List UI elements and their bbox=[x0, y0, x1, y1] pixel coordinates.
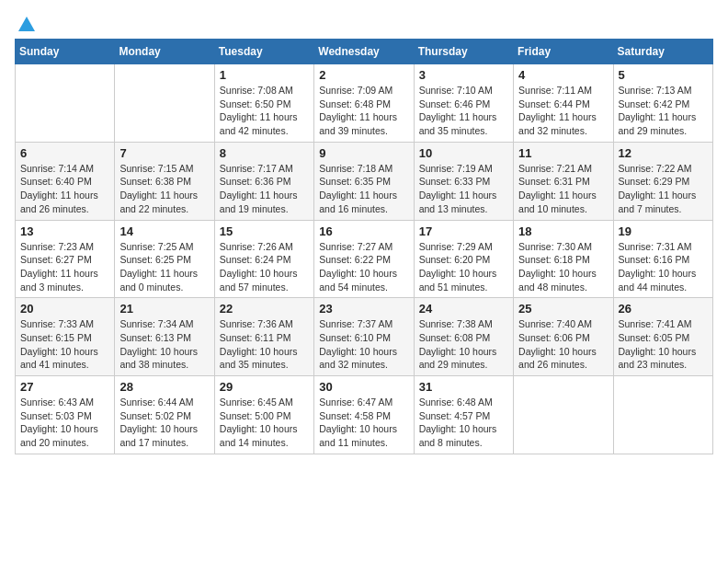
calendar-week-2: 6 Sunrise: 7:14 AM Sunset: 6:40 PM Dayli… bbox=[16, 142, 713, 220]
day-info: Sunrise: 7:38 AM Sunset: 6:08 PM Dayligh… bbox=[419, 317, 508, 372]
daylight-text: Daylight: 11 hours and 32 minutes. bbox=[518, 111, 597, 136]
calendar-week-4: 20 Sunrise: 7:33 AM Sunset: 6:15 PM Dayl… bbox=[16, 298, 713, 376]
calendar-cell: 4 Sunrise: 7:11 AM Sunset: 6:44 PM Dayli… bbox=[514, 64, 613, 143]
daylight-text: Daylight: 10 hours and 23 minutes. bbox=[619, 346, 697, 371]
day-info: Sunrise: 6:43 AM Sunset: 5:03 PM Dayligh… bbox=[20, 396, 109, 450]
day-number: 5 bbox=[619, 68, 708, 82]
sunrise-text: Sunrise: 7:30 AM bbox=[518, 241, 592, 252]
sunrise-text: Sunrise: 7:14 AM bbox=[20, 163, 94, 174]
sunrise-text: Sunrise: 6:43 AM bbox=[20, 396, 94, 408]
day-info: Sunrise: 7:08 AM Sunset: 6:50 PM Dayligh… bbox=[220, 84, 309, 138]
daylight-text: Daylight: 10 hours and 8 minutes. bbox=[419, 423, 497, 448]
day-info: Sunrise: 6:48 AM Sunset: 4:57 PM Dayligh… bbox=[419, 396, 508, 450]
day-info: Sunrise: 7:19 AM Sunset: 6:33 PM Dayligh… bbox=[419, 162, 508, 216]
day-number: 27 bbox=[20, 380, 109, 394]
sunset-text: Sunset: 6:10 PM bbox=[319, 332, 391, 343]
sunset-text: Sunset: 6:18 PM bbox=[518, 254, 590, 265]
day-number: 31 bbox=[419, 380, 508, 394]
calendar-cell: 13 Sunrise: 7:23 AM Sunset: 6:27 PM Dayl… bbox=[16, 220, 115, 298]
day-info: Sunrise: 6:44 AM Sunset: 5:02 PM Dayligh… bbox=[119, 396, 209, 450]
calendar-week-1: 1 Sunrise: 7:08 AM Sunset: 6:50 PM Dayli… bbox=[16, 64, 713, 143]
calendar-cell: 12 Sunrise: 7:22 AM Sunset: 6:29 PM Dayl… bbox=[613, 142, 712, 220]
sunrise-text: Sunrise: 7:31 AM bbox=[619, 241, 692, 252]
sunrise-text: Sunrise: 6:44 AM bbox=[119, 396, 193, 408]
sunset-text: Sunset: 6:13 PM bbox=[119, 332, 191, 343]
calendar-cell: 27 Sunrise: 6:43 AM Sunset: 5:03 PM Dayl… bbox=[16, 376, 115, 454]
sunset-text: Sunset: 6:08 PM bbox=[419, 332, 491, 343]
daylight-text: Daylight: 10 hours and 29 minutes. bbox=[419, 346, 497, 371]
day-info: Sunrise: 6:45 AM Sunset: 5:00 PM Dayligh… bbox=[220, 396, 309, 450]
day-number: 17 bbox=[419, 224, 508, 238]
day-number: 28 bbox=[119, 380, 209, 394]
daylight-text: Daylight: 10 hours and 57 minutes. bbox=[220, 268, 298, 293]
sunrise-text: Sunrise: 7:26 AM bbox=[220, 241, 293, 252]
day-number: 16 bbox=[319, 224, 408, 238]
sunset-text: Sunset: 6:33 PM bbox=[419, 176, 491, 187]
sunrise-text: Sunrise: 7:18 AM bbox=[319, 163, 392, 174]
sunset-text: Sunset: 6:46 PM bbox=[419, 98, 491, 109]
day-number: 14 bbox=[119, 224, 209, 238]
day-number: 6 bbox=[20, 146, 109, 160]
day-number: 24 bbox=[419, 302, 508, 316]
weekday-header-wednesday: Wednesday bbox=[314, 40, 414, 64]
daylight-text: Daylight: 11 hours and 13 minutes. bbox=[419, 190, 497, 214]
day-number: 22 bbox=[220, 302, 309, 316]
daylight-text: Daylight: 11 hours and 16 minutes. bbox=[319, 190, 397, 214]
calendar-cell: 19 Sunrise: 7:31 AM Sunset: 6:16 PM Dayl… bbox=[613, 220, 712, 298]
sunset-text: Sunset: 6:38 PM bbox=[119, 176, 191, 187]
day-number: 10 bbox=[419, 146, 508, 160]
calendar-cell: 20 Sunrise: 7:33 AM Sunset: 6:15 PM Dayl… bbox=[16, 298, 115, 376]
calendar-cell: 18 Sunrise: 7:30 AM Sunset: 6:18 PM Dayl… bbox=[514, 220, 613, 298]
calendar-cell bbox=[115, 64, 214, 143]
sunrise-text: Sunrise: 7:21 AM bbox=[518, 163, 592, 174]
day-number: 11 bbox=[518, 146, 608, 160]
sunset-text: Sunset: 4:58 PM bbox=[319, 410, 391, 421]
sunrise-text: Sunrise: 7:27 AM bbox=[319, 241, 392, 252]
day-number: 2 bbox=[319, 68, 408, 82]
sunset-text: Sunset: 6:27 PM bbox=[20, 254, 92, 265]
day-number: 25 bbox=[518, 302, 608, 316]
page-header bbox=[15, 15, 713, 31]
sunrise-text: Sunrise: 7:09 AM bbox=[319, 85, 392, 96]
calendar-cell: 15 Sunrise: 7:26 AM Sunset: 6:24 PM Dayl… bbox=[214, 220, 313, 298]
daylight-text: Daylight: 10 hours and 17 minutes. bbox=[119, 423, 198, 448]
day-info: Sunrise: 7:25 AM Sunset: 6:25 PM Dayligh… bbox=[119, 240, 209, 294]
day-info: Sunrise: 7:22 AM Sunset: 6:29 PM Dayligh… bbox=[619, 162, 708, 216]
calendar-cell: 30 Sunrise: 6:47 AM Sunset: 4:58 PM Dayl… bbox=[314, 376, 414, 454]
sunset-text: Sunset: 6:50 PM bbox=[220, 98, 291, 109]
calendar-cell: 31 Sunrise: 6:48 AM Sunset: 4:57 PM Dayl… bbox=[414, 376, 513, 454]
calendar-cell: 1 Sunrise: 7:08 AM Sunset: 6:50 PM Dayli… bbox=[214, 64, 313, 143]
calendar-cell bbox=[514, 376, 613, 454]
day-info: Sunrise: 7:18 AM Sunset: 6:35 PM Dayligh… bbox=[319, 162, 408, 216]
sunrise-text: Sunrise: 7:11 AM bbox=[518, 85, 592, 96]
daylight-text: Daylight: 10 hours and 26 minutes. bbox=[518, 346, 597, 371]
daylight-text: Daylight: 11 hours and 0 minutes. bbox=[119, 268, 198, 293]
day-number: 13 bbox=[20, 224, 109, 238]
day-info: Sunrise: 7:33 AM Sunset: 6:15 PM Dayligh… bbox=[20, 317, 109, 372]
sunrise-text: Sunrise: 7:17 AM bbox=[220, 163, 293, 174]
daylight-text: Daylight: 11 hours and 22 minutes. bbox=[119, 190, 198, 214]
sunset-text: Sunset: 6:40 PM bbox=[20, 176, 92, 187]
sunrise-text: Sunrise: 7:10 AM bbox=[419, 85, 493, 96]
day-info: Sunrise: 7:14 AM Sunset: 6:40 PM Dayligh… bbox=[20, 162, 109, 216]
sunrise-text: Sunrise: 7:08 AM bbox=[220, 85, 293, 96]
sunrise-text: Sunrise: 7:13 AM bbox=[619, 85, 692, 96]
daylight-text: Daylight: 10 hours and 14 minutes. bbox=[220, 423, 298, 448]
day-number: 7 bbox=[119, 146, 209, 160]
daylight-text: Daylight: 11 hours and 26 minutes. bbox=[20, 190, 98, 214]
day-number: 15 bbox=[220, 224, 309, 238]
day-number: 3 bbox=[419, 68, 508, 82]
sunrise-text: Sunrise: 6:48 AM bbox=[419, 396, 493, 408]
daylight-text: Daylight: 10 hours and 20 minutes. bbox=[20, 423, 98, 448]
sunset-text: Sunset: 6:35 PM bbox=[319, 176, 391, 187]
day-info: Sunrise: 7:09 AM Sunset: 6:48 PM Dayligh… bbox=[319, 84, 408, 138]
calendar-cell: 9 Sunrise: 7:18 AM Sunset: 6:35 PM Dayli… bbox=[314, 142, 414, 220]
daylight-text: Daylight: 11 hours and 3 minutes. bbox=[20, 268, 98, 293]
day-info: Sunrise: 7:36 AM Sunset: 6:11 PM Dayligh… bbox=[220, 317, 309, 372]
sunset-text: Sunset: 6:06 PM bbox=[518, 332, 590, 343]
sunset-text: Sunset: 6:24 PM bbox=[220, 254, 291, 265]
day-info: Sunrise: 7:30 AM Sunset: 6:18 PM Dayligh… bbox=[518, 240, 608, 294]
weekday-header-saturday: Saturday bbox=[613, 40, 712, 64]
calendar-cell: 25 Sunrise: 7:40 AM Sunset: 6:06 PM Dayl… bbox=[514, 298, 613, 376]
sunset-text: Sunset: 6:05 PM bbox=[619, 332, 690, 343]
